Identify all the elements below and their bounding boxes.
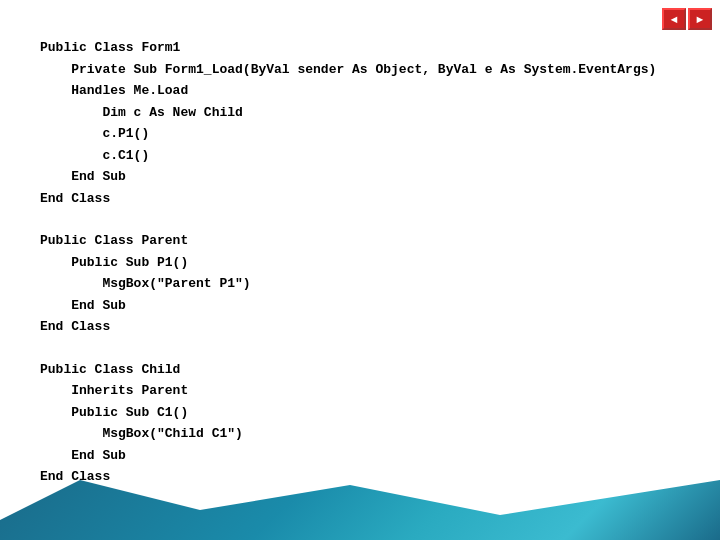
code-line-5: c.P1() [40,126,149,141]
code-line-19: MsgBox("Child C1") [40,426,243,441]
code-area: Public Class Form1 Private Sub Form1_Loa… [0,0,720,529]
code-line-16: Public Class Child [40,362,180,377]
code-line-14: End Class [40,319,110,334]
code-line-9 [40,212,48,227]
code-line-1: Public Class Form1 [40,40,180,55]
code-line-21: End Class [40,469,110,484]
code-line-7: End Sub [40,169,126,184]
back-button[interactable]: ◄ [662,8,686,30]
code-line-11: Public Sub P1() [40,255,188,270]
code-line-4: Dim c As New Child [40,105,243,120]
code-line-2: Private Sub Form1_Load(ByVal sender As O… [40,62,656,77]
code-line-20: End Sub [40,448,126,463]
code-line-13: End Sub [40,298,126,313]
code-line-12: MsgBox("Parent P1") [40,276,251,291]
code-line-17: Inherits Parent [40,383,188,398]
code-line-10: Public Class Parent [40,233,188,248]
code-line-18: Public Sub C1() [40,405,188,420]
nav-buttons: ◄ ► [662,8,712,30]
forward-button[interactable]: ► [688,8,712,30]
main-content: ◄ ► Public Class Form1 Private Sub Form1… [0,0,720,540]
code-line-3: Handles Me.Load [40,83,188,98]
code-line-15 [40,341,48,356]
code-line-6: c.C1() [40,148,149,163]
code-line-8: End Class [40,191,110,206]
